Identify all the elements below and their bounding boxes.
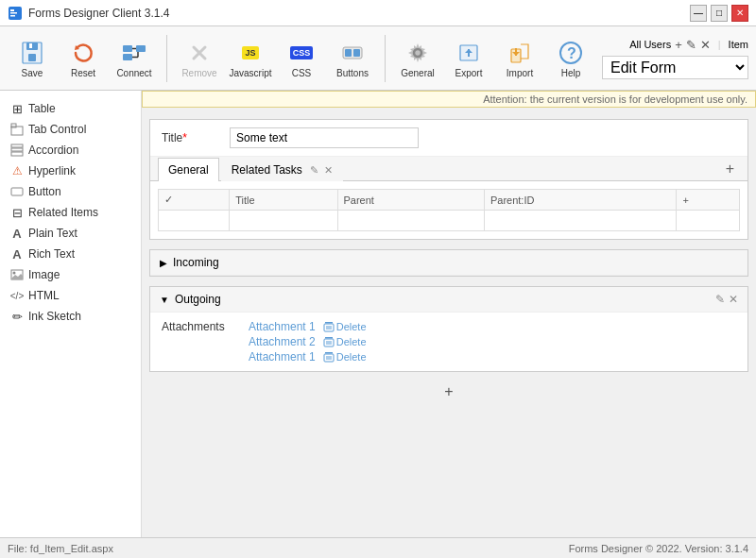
accordion-incoming: ▶ Incoming [149, 249, 748, 277]
window-controls[interactable]: — □ ✕ [690, 5, 748, 22]
remove-button[interactable]: Remove [175, 32, 224, 85]
warning-bar: Attention: the current version is for de… [142, 91, 756, 108]
cell-extra [677, 211, 740, 231]
image-icon [9, 267, 25, 282]
javascript-label: Javascript [229, 68, 271, 78]
title-label: Title* [162, 131, 218, 144]
list-item: Attachment 1 Delete [249, 320, 367, 333]
buttons-label: Buttons [336, 68, 369, 78]
add-section-button[interactable]: + [149, 380, 748, 404]
sidebar-item-image[interactable]: Image [4, 264, 137, 285]
export-button[interactable]: Export [444, 32, 493, 85]
svg-rect-34 [11, 188, 23, 195]
sidebar-item-accordion[interactable]: Accordion [4, 140, 137, 161]
col-add[interactable]: + [677, 190, 740, 211]
tab-add-button[interactable]: + [720, 159, 740, 179]
connect-button[interactable]: Connect [110, 32, 159, 85]
user-controls: All Users + ✎ ✕ | Item [629, 38, 748, 52]
tab-edit-icon[interactable]: ✎ [310, 164, 318, 177]
incoming-arrow-icon: ▶ [160, 258, 167, 268]
ink-sketch-icon: ✏ [9, 309, 25, 324]
connect-label: Connect [116, 68, 151, 78]
tab-general[interactable]: General [158, 158, 219, 181]
svg-rect-32 [11, 148, 23, 151]
html-icon: </> [9, 288, 25, 303]
col-parent: Parent [337, 190, 484, 211]
sidebar-item-hyperlink[interactable]: ⚠ Hyperlink [4, 161, 137, 181]
sidebar-item-related-items[interactable]: ⊟ Related Items [4, 202, 137, 223]
save-button[interactable]: Save [8, 32, 57, 85]
help-button[interactable]: ? Help [546, 32, 595, 85]
sidebar-item-label: Rich Text [28, 247, 75, 261]
outgoing-arrow-icon: ▼ [160, 295, 169, 305]
delete-button-3[interactable]: Delete [323, 351, 367, 363]
reset-button[interactable]: Reset [59, 32, 108, 85]
delete-button-2[interactable]: Delete [323, 336, 367, 347]
tab-close-icon[interactable]: ✕ [324, 164, 333, 177]
buttons-icon [337, 38, 368, 68]
gear-icon [403, 38, 433, 68]
help-label: Help [561, 68, 581, 78]
status-left: File: fd_Item_Edit.aspx [8, 543, 113, 554]
sidebar-item-ink-sketch[interactable]: ✏ Ink Sketch [4, 306, 137, 327]
help-icon: ? [556, 38, 586, 68]
svg-rect-2 [10, 12, 17, 14]
outgoing-edit-button[interactable]: ✎ [715, 293, 725, 306]
svg-rect-47 [325, 352, 333, 354]
incoming-title: Incoming [173, 256, 738, 269]
svg-text:?: ? [567, 45, 576, 61]
accordion-outgoing-header[interactable]: ▼ Outgoing ✎ ✕ [150, 287, 747, 313]
delete-icon [323, 336, 335, 347]
sidebar-item-html[interactable]: </> HTML [4, 285, 137, 306]
css-button[interactable]: CSS CSS [277, 32, 326, 85]
attachments-list: Attachment 1 Delete Attachment 2 Delete [249, 320, 367, 364]
svg-rect-11 [123, 54, 132, 60]
import-button[interactable]: Import [495, 32, 544, 85]
title-input[interactable] [230, 127, 419, 148]
general-button[interactable]: General [393, 32, 442, 85]
import-label: Import [507, 68, 533, 78]
attachment-link-3[interactable]: Attachment 1 [249, 350, 316, 364]
accordion-icon [9, 143, 25, 158]
sidebar-item-label: Tab Control [28, 123, 86, 136]
sidebar-item-tab-control[interactable]: Tab Control [4, 119, 137, 140]
toolbar-group-secondary: Remove JS Javascript CSS CSS Buttons [175, 32, 377, 85]
svg-point-36 [13, 272, 16, 275]
delete-button-1[interactable]: Delete [323, 321, 367, 332]
plain-text-icon: A [9, 226, 25, 241]
edit-user-button[interactable]: ✎ [686, 38, 696, 52]
maximize-button[interactable]: □ [711, 5, 728, 22]
title-row: Title* [150, 120, 747, 157]
svg-rect-7 [29, 43, 32, 48]
hyperlink-icon: ⚠ [9, 163, 25, 178]
svg-rect-1 [10, 9, 14, 11]
toolbar-separator-1 [166, 35, 167, 82]
attachment-link-2[interactable]: Attachment 2 [249, 335, 316, 348]
cell-check [159, 211, 230, 231]
attachments-row: Attachments Attachment 1 Delete Attachme… [162, 320, 736, 364]
tab-related-tasks[interactable]: Related Tasks ✎ ✕ [221, 158, 343, 181]
delete-user-button[interactable]: ✕ [700, 38, 711, 52]
buttons-button[interactable]: Buttons [328, 32, 377, 85]
edit-form-select[interactable]: Edit Form [602, 56, 748, 79]
sidebar-item-table[interactable]: ⊞ Table [4, 98, 137, 119]
tab-content: ✓ Title Parent Parent:ID + [150, 181, 747, 239]
sidebar-item-plain-text[interactable]: A Plain Text [4, 223, 137, 244]
svg-rect-10 [136, 45, 146, 52]
minimize-button[interactable]: — [690, 5, 707, 22]
close-button[interactable]: ✕ [731, 5, 748, 22]
accordion-incoming-header[interactable]: ▶ Incoming [150, 250, 747, 276]
form-section: Title* General Related Tasks ✎ ✕ + [149, 119, 748, 240]
sidebar-item-rich-text[interactable]: A Rich Text [4, 244, 137, 264]
sidebar: ⊞ Table Tab Control Accordion ⚠ Hyperlin… [0, 91, 142, 537]
sidebar-item-label: Table [28, 102, 56, 115]
javascript-button[interactable]: JS Javascript [226, 32, 275, 85]
remove-label: Remove [181, 68, 216, 78]
sidebar-item-button[interactable]: Button [4, 181, 137, 202]
attachment-link-1[interactable]: Attachment 1 [249, 320, 316, 333]
col-title: Title [230, 190, 337, 211]
add-user-button[interactable]: + [675, 38, 682, 52]
required-marker: * [182, 131, 187, 144]
outgoing-close-button[interactable]: ✕ [729, 293, 738, 306]
sidebar-item-label: Button [28, 185, 61, 198]
